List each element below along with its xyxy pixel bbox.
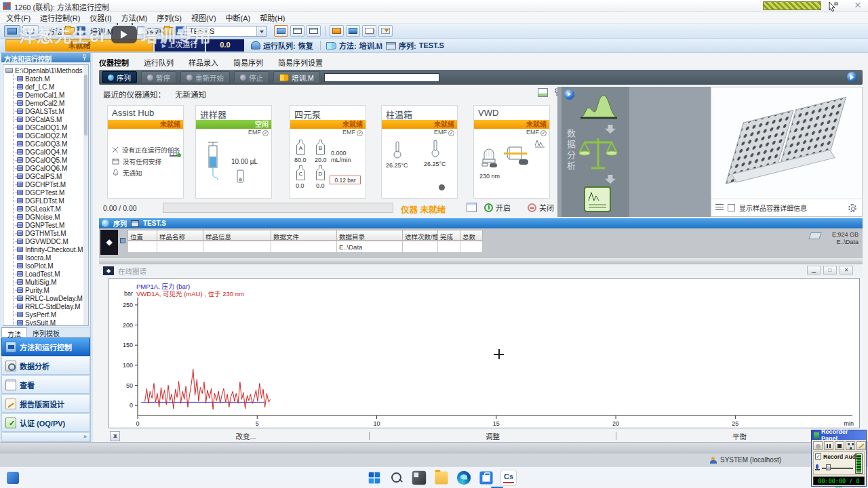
status-window-icon[interactable] bbox=[467, 203, 477, 212]
method-tree-item[interactable]: DGFLDTst.M bbox=[14, 197, 88, 205]
list-icon[interactable] bbox=[715, 204, 724, 211]
instrument-on-button[interactable]: 开启 bbox=[484, 202, 511, 213]
card-assist-hub[interactable]: Assist Hub 未就绪 没有正在运行的任务 没有任何安排 无通知 bbox=[107, 105, 184, 199]
recorder-panel[interactable]: Recorder Panel Record Audio 00:00:00 / 0… bbox=[811, 430, 867, 487]
method-tree-item[interactable]: DGLeakT.M bbox=[14, 205, 88, 213]
method-tree-item[interactable]: DGCalAS.M bbox=[14, 115, 88, 123]
run-button[interactable]: 上次运行 bbox=[155, 39, 205, 52]
method-tree-item[interactable]: LoadTest.M bbox=[14, 270, 88, 278]
close-icon[interactable] bbox=[840, 266, 853, 274]
method-tree-item[interactable]: DGCHPTst.M bbox=[14, 180, 88, 188]
adjust-button[interactable]: 调整 bbox=[370, 431, 616, 441]
open-sequence-icon[interactable] bbox=[163, 27, 174, 35]
method-tree-item[interactable]: DemoCal1.M bbox=[14, 91, 88, 99]
column-header[interactable]: 数据文件 bbox=[271, 230, 337, 241]
method-tree-item[interactable]: RRLC-LowDelay.M bbox=[14, 294, 88, 302]
instrument-tab[interactable]: 样品录入 bbox=[189, 57, 218, 69]
column-header[interactable]: 样品名称 bbox=[157, 230, 203, 241]
instrument-tab[interactable]: 简易序列设置 bbox=[278, 57, 323, 69]
column-header[interactable]: 样品信息 bbox=[203, 230, 271, 241]
pause-button[interactable]: 暂停 bbox=[141, 71, 176, 83]
save-method-icon[interactable] bbox=[77, 26, 85, 35]
instrument-off-button[interactable]: 关闭 bbox=[528, 202, 554, 213]
method-tree-item[interactable]: DGCalOQ5.M bbox=[14, 156, 88, 164]
row-select-checkbox[interactable] bbox=[120, 238, 125, 243]
card-vwd-detector[interactable]: VWD 未就绪 EMF 230 nm bbox=[473, 105, 550, 199]
settings-tree-button[interactable] bbox=[846, 441, 855, 450]
method-tree-item[interactable]: DGCalOQ1.M bbox=[14, 123, 88, 131]
logbook-button[interactable] bbox=[330, 25, 344, 37]
panel-divider[interactable] bbox=[99, 257, 863, 264]
method-tree-item[interactable]: DGCalOQ4.M bbox=[14, 148, 88, 156]
system-view-button[interactable] bbox=[4, 25, 20, 37]
tree-scrollbar-thumb[interactable] bbox=[84, 75, 87, 136]
menu-item[interactable]: 文件(F) bbox=[1, 12, 35, 24]
method-tree-item[interactable]: DGCalOQ2.M bbox=[14, 131, 88, 140]
method-tree-item[interactable]: DGTHMTst.M bbox=[14, 229, 88, 237]
method-tree-item[interactable]: Isocra.M bbox=[14, 253, 88, 262]
nav-verification-oq-pv[interactable]: 认证 (OQ/PV) bbox=[1, 413, 90, 432]
method-tree-item[interactable]: RRLC-StdDelay.M bbox=[14, 302, 88, 310]
cell-data-file[interactable] bbox=[271, 241, 337, 253]
microsoft-store-icon[interactable] bbox=[479, 471, 492, 484]
start-button[interactable] bbox=[368, 472, 380, 483]
stop-button[interactable]: 停止 bbox=[234, 71, 269, 83]
volume-slider[interactable] bbox=[822, 468, 853, 469]
reconnect-button[interactable] bbox=[22, 25, 39, 37]
sample-tray-image[interactable] bbox=[712, 88, 861, 198]
panel-expand-sphere-icon[interactable] bbox=[564, 89, 574, 100]
cell-total[interactable] bbox=[460, 241, 483, 253]
save-sequence-icon[interactable] bbox=[176, 26, 184, 35]
instrument-tab[interactable]: 简易序列 bbox=[233, 57, 263, 69]
change-button[interactable]: 改变... bbox=[123, 431, 369, 441]
nav-review[interactable]: 查看 bbox=[1, 375, 90, 394]
method-tree-root[interactable]: E:\Openlab\1\Methods bbox=[5, 66, 88, 75]
print-preview-icon[interactable] bbox=[137, 26, 144, 35]
menu-item[interactable]: 方法(M) bbox=[117, 12, 153, 24]
method-tree-item[interactable]: DGCalOQ3.M bbox=[14, 140, 88, 148]
method-tree-item[interactable]: DGALSTst.M bbox=[14, 107, 88, 115]
method-tree-item[interactable]: Purity.M bbox=[14, 286, 88, 294]
sidebar-overflow-strip[interactable]: » bbox=[1, 432, 90, 442]
comment-input[interactable] bbox=[324, 73, 439, 82]
method-tree-item[interactable]: MultiSig.M bbox=[14, 278, 88, 286]
volume-slider-thumb[interactable] bbox=[826, 464, 831, 470]
cell-position[interactable] bbox=[127, 241, 157, 253]
start-sequence-button[interactable]: 序列 bbox=[102, 71, 137, 83]
online-signal-button[interactable] bbox=[346, 25, 360, 37]
nav-data-analysis[interactable]: 数据分析 bbox=[1, 357, 90, 375]
maximize-icon[interactable] bbox=[823, 266, 837, 274]
method-tree-item[interactable]: DGNPTest.M bbox=[14, 221, 88, 229]
panel-collapse-sphere-icon[interactable] bbox=[847, 72, 857, 82]
menu-item[interactable]: 帮助(H) bbox=[255, 12, 290, 24]
cell-data-dir[interactable]: E..\Data bbox=[337, 241, 403, 253]
method-tree-item[interactable]: DGVWDDC.M bbox=[14, 237, 88, 245]
cell-sample-info[interactable] bbox=[203, 241, 271, 253]
menu-item[interactable]: 序列(S) bbox=[152, 12, 186, 24]
tab-methods[interactable]: 方法 bbox=[1, 327, 27, 337]
search-icon[interactable] bbox=[389, 470, 405, 486]
method-tree-item[interactable]: DemoCal2.M bbox=[14, 99, 88, 107]
tree-scrollbar[interactable] bbox=[83, 65, 88, 325]
restart-button[interactable]: 重新开始 bbox=[180, 71, 230, 83]
method-tree-item[interactable]: def_LC.M bbox=[14, 83, 88, 91]
online-plot[interactable]: 050100150200250bar0510152025min PMP1A, 压… bbox=[108, 278, 860, 428]
column-header[interactable]: 位置 bbox=[127, 230, 157, 241]
card-quaternary-pump[interactable]: 四元泵 未就绪 EMF A 80.0 B 20.0 0.000 mL/min C… bbox=[290, 105, 366, 199]
method-tree-item[interactable]: Batch.M bbox=[14, 75, 88, 83]
sequence-combobox[interactable]: TEST.S bbox=[186, 26, 267, 37]
pause-button[interactable] bbox=[824, 441, 833, 450]
method-quick-button[interactable]: 培训.M bbox=[273, 71, 320, 83]
cell-sample-name[interactable] bbox=[157, 241, 203, 253]
recorder-titlebar[interactable]: Recorder Panel bbox=[812, 430, 866, 440]
minimize-icon[interactable] bbox=[807, 266, 821, 274]
method-tree-item[interactable]: DGNoise.M bbox=[14, 213, 88, 221]
open-method-icon[interactable] bbox=[64, 27, 75, 35]
cell-injections-per-vial[interactable] bbox=[403, 241, 438, 253]
instrument-tab[interactable]: 仪器控制 bbox=[99, 57, 129, 69]
column-header[interactable]: 进样次数/瓶 bbox=[403, 230, 438, 241]
method-tree-item[interactable]: IsoPlot.M bbox=[14, 262, 88, 270]
column-header[interactable]: 完成 bbox=[438, 230, 460, 241]
method-tree-item[interactable]: DGCalPS.M bbox=[14, 172, 88, 180]
import-button[interactable] bbox=[378, 25, 393, 37]
